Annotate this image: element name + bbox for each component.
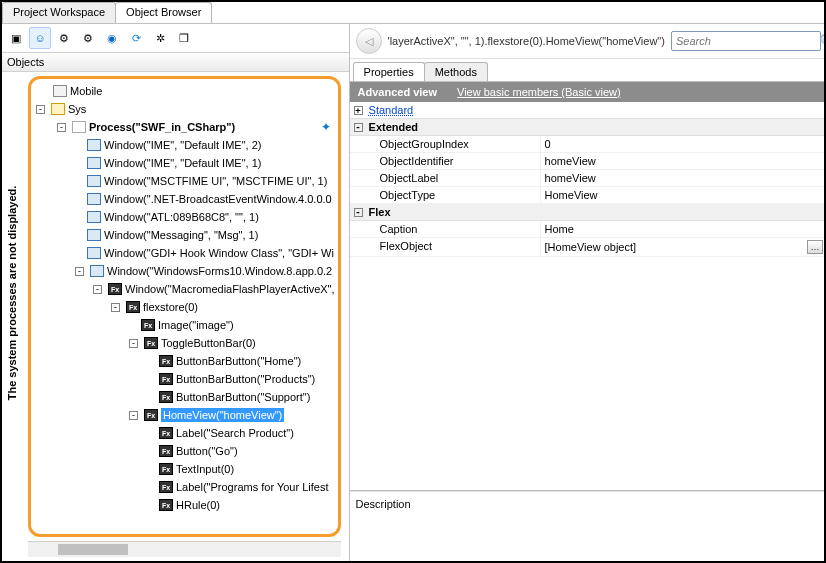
toolbar-btn-4[interactable]: ⚙ xyxy=(77,27,99,49)
tree-item[interactable]: HRule(0) xyxy=(176,499,220,511)
tree-process[interactable]: Process("SWF_in_CSharp") xyxy=(89,121,235,133)
gear2-icon: ⚙ xyxy=(83,32,93,45)
prop-key: ObjectLabel xyxy=(350,170,540,186)
fx-icon: Fx xyxy=(144,337,158,349)
tree-item[interactable]: Window(".NET-BroadcastEventWindow.4.0.0.… xyxy=(104,193,332,205)
window-icon xyxy=(87,175,101,187)
ellipsis-button[interactable]: … xyxy=(807,240,823,254)
star-icon: ✦ xyxy=(321,120,331,134)
prop-key: ObjectGroupIndex xyxy=(350,136,540,152)
tree-item[interactable]: Window("IME", "Default IME", 1) xyxy=(104,157,261,169)
tree-item[interactable]: Window("ATL:089B68C8", "", 1) xyxy=(104,211,259,223)
window-icon xyxy=(90,265,104,277)
prop-value[interactable]: homeView xyxy=(540,170,826,186)
window-icon xyxy=(87,211,101,223)
hidden-processes-note: The system processes are not displayed. xyxy=(6,185,18,400)
tree-item[interactable]: Window("GDI+ Hook Window Class", "GDI+ W… xyxy=(104,247,334,259)
fx-icon: Fx xyxy=(159,355,173,367)
fx-icon: Fx xyxy=(141,319,155,331)
toolbar-btn-1[interactable]: ▣ xyxy=(5,27,27,49)
tree-item[interactable]: flexstore(0) xyxy=(143,301,198,313)
tree-item[interactable]: Label("Programs for Your Lifest xyxy=(176,481,329,493)
scrollbar-thumb[interactable] xyxy=(58,544,128,555)
user-icon: ☺ xyxy=(34,32,45,44)
tree-item[interactable]: Image("image") xyxy=(158,319,234,331)
prop-value[interactable]: [HomeView object]… xyxy=(540,238,826,256)
prop-value[interactable]: Home xyxy=(540,221,826,237)
toolbar-btn-5[interactable]: ◉ xyxy=(101,27,123,49)
fx-icon: Fx xyxy=(159,373,173,385)
tree-sys[interactable]: Sys xyxy=(68,103,86,115)
collapse-icon[interactable]: - xyxy=(93,285,102,294)
section-standard[interactable]: Standard xyxy=(369,104,414,116)
tree-item[interactable]: Label("Search Product") xyxy=(176,427,294,439)
tree-item[interactable]: Button("Go") xyxy=(176,445,238,457)
collapse-icon[interactable]: - xyxy=(111,303,120,312)
tree-item[interactable]: TextInput(0) xyxy=(176,463,234,475)
mobile-icon xyxy=(53,85,67,97)
fx-icon: Fx xyxy=(159,445,173,457)
search-icon[interactable]: 🔍 xyxy=(819,34,826,48)
toolbar-btn-filter[interactable]: ☺ xyxy=(29,27,51,49)
objects-header: Objects xyxy=(2,53,349,72)
prop-key: Caption xyxy=(350,221,540,237)
collapse-icon[interactable]: - xyxy=(36,105,45,114)
toolbar-btn-refresh[interactable]: ⟳ xyxy=(125,27,147,49)
fx-icon: Fx xyxy=(159,481,173,493)
fx-icon: Fx xyxy=(159,391,173,403)
search-input[interactable] xyxy=(676,35,815,47)
tree-item[interactable]: Window("WindowsForms10.Window.8.app.0.2 xyxy=(107,265,332,277)
section-extended[interactable]: Extended xyxy=(369,121,419,133)
window-icon xyxy=(87,229,101,241)
collapse-icon[interactable]: - xyxy=(75,267,84,276)
sys-icon xyxy=(51,103,65,115)
tab-properties[interactable]: Properties xyxy=(353,62,425,81)
horizontal-scrollbar[interactable] xyxy=(28,541,341,557)
section-flex[interactable]: Flex xyxy=(369,206,391,218)
tree-item-selected[interactable]: HomeView("homeView") xyxy=(161,408,284,422)
collapse-icon[interactable]: - xyxy=(129,339,138,348)
prop-key: ObjectIdentifier xyxy=(350,153,540,169)
basic-view-link[interactable]: View basic members (Basic view) xyxy=(457,86,621,98)
advanced-view-bar: Advanced view View basic members (Basic … xyxy=(350,82,826,102)
tree-item[interactable]: Window("Messaging", "Msg", 1) xyxy=(104,229,258,241)
collapse-icon[interactable]: - xyxy=(354,208,363,217)
window-icon xyxy=(87,247,101,259)
tree-item[interactable]: Window("MSCTFIME UI", "MSCTFIME UI", 1) xyxy=(104,175,327,187)
advanced-view-title: Advanced view xyxy=(358,86,437,98)
collapse-icon[interactable]: - xyxy=(57,123,66,132)
tab-methods[interactable]: Methods xyxy=(424,62,488,81)
object-path: 'layerActiveX", "", 1).flexstore(0).Home… xyxy=(388,35,665,47)
left-toolbar: ▣ ☺ ⚙ ⚙ ◉ ⟳ ✲ ❐ xyxy=(2,24,349,53)
gear3-icon: ✲ xyxy=(156,32,165,45)
tree-item[interactable]: ButtonBarButton("Home") xyxy=(176,355,301,367)
gear-icon: ⚙ xyxy=(59,32,69,45)
tree-mobile[interactable]: Mobile xyxy=(70,85,102,97)
toolbar-btn-3[interactable]: ⚙ xyxy=(53,27,75,49)
toolbar-btn-8[interactable]: ❐ xyxy=(173,27,195,49)
expand-icon[interactable]: + xyxy=(354,106,363,115)
back-button[interactable]: ◁ xyxy=(356,28,382,54)
collapse-icon[interactable]: - xyxy=(129,411,138,420)
collapse-icon[interactable]: - xyxy=(354,123,363,132)
window-icon: ❐ xyxy=(179,32,189,45)
fx-icon: Fx xyxy=(108,283,122,295)
eye-icon: ◉ xyxy=(107,32,117,45)
tree-item[interactable]: Window("IME", "Default IME", 2) xyxy=(104,139,261,151)
tab-project-workspace[interactable]: Project Workspace xyxy=(2,2,116,23)
window-icon xyxy=(87,157,101,169)
prop-value[interactable]: HomeView xyxy=(540,187,826,203)
tree-item[interactable]: Window("MacromediaFlashPlayerActiveX", xyxy=(125,283,335,295)
window-icon xyxy=(87,193,101,205)
object-tree[interactable]: Mobile -Sys -Process("SWF_in_CSharp")✦ W… xyxy=(31,79,338,534)
fx-icon: Fx xyxy=(159,499,173,511)
prop-value[interactable]: 0 xyxy=(540,136,826,152)
toolbar-btn-7[interactable]: ✲ xyxy=(149,27,171,49)
tree-item[interactable]: ButtonBarButton("Products") xyxy=(176,373,315,385)
tree-item[interactable]: ToggleButtonBar(0) xyxy=(161,337,256,349)
fx-icon: Fx xyxy=(159,427,173,439)
prop-value[interactable]: homeView xyxy=(540,153,826,169)
fx-icon: Fx xyxy=(159,463,173,475)
tree-item[interactable]: ButtonBarButton("Support") xyxy=(176,391,310,403)
tab-object-browser[interactable]: Object Browser xyxy=(115,2,212,23)
